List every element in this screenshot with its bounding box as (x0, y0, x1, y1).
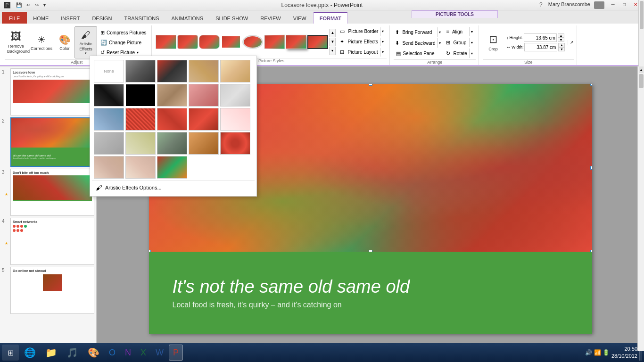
style-3[interactable] (199, 35, 220, 49)
compress-pictures-btn[interactable]: ⊞ Compress Pictures (98, 28, 149, 37)
style-1[interactable] (156, 35, 176, 49)
remove-background-btn[interactable]: 🖼 Remove Background (5, 26, 27, 58)
effect-11[interactable] (125, 108, 156, 131)
style-8[interactable] (307, 35, 328, 49)
slide-thumb-4[interactable]: 4 ★ Smart networks (2, 218, 94, 265)
effect-1[interactable] (125, 60, 156, 82)
handle-tr[interactable] (590, 84, 592, 86)
effect-19[interactable] (220, 132, 250, 155)
effect-22[interactable] (157, 156, 187, 179)
gallery-scroll-up[interactable]: ▲ (329, 29, 336, 37)
handle-tm[interactable] (369, 84, 372, 86)
taskbar-excel[interactable]: X (136, 345, 150, 361)
width-up[interactable]: ▲ (558, 43, 565, 47)
height-down[interactable]: ▼ (558, 38, 564, 42)
slide-thumb-1[interactable]: 1 Locavore love Local food is fresh, it'… (2, 68, 94, 115)
selection-pane-btn[interactable]: ▤ Selection Pane (394, 49, 444, 58)
minimize-btn[interactable]: ─ (608, 1, 618, 8)
effect-18[interactable] (189, 132, 219, 155)
scroll-top-btn[interactable]: ▲ (639, 66, 644, 73)
effect-none[interactable]: None (94, 60, 124, 82)
taskbar-onenote[interactable]: N (121, 345, 135, 361)
tab-transitions[interactable]: TRANSITIONS (118, 12, 165, 24)
effect-12[interactable] (157, 108, 187, 131)
taskbar-ie[interactable]: 🌐 (20, 345, 40, 361)
style-5[interactable] (242, 35, 263, 49)
slide-thumb-5[interactable]: 5 Go online not abroad (2, 267, 94, 314)
slide-text-area[interactable]: It's not the same old same old Local foo… (149, 252, 592, 334)
effect-15[interactable] (94, 132, 124, 155)
crop-icon: ⊡ (489, 33, 497, 46)
undo-qa-btn[interactable]: ↩ (25, 2, 32, 8)
tab-insert[interactable]: INSERT (55, 12, 86, 24)
effect-5[interactable] (94, 84, 124, 107)
artistic-effects-options-btn[interactable]: 🖌 Artistic Effects Options... (92, 181, 255, 194)
rotate-btn[interactable]: ↻ Rotate ▾ (445, 48, 475, 58)
picture-effects-btn[interactable]: ✦ Picture Effects ▾ (339, 37, 387, 47)
tab-file[interactable]: FILE (2, 12, 27, 24)
effect-20[interactable] (94, 156, 124, 179)
style-2[interactable] (177, 35, 198, 49)
crop-btn[interactable]: ⊡ Crop (483, 26, 504, 58)
gallery-scroll-down[interactable]: ▼ (329, 38, 336, 46)
canvas-scrollbar-v[interactable]: ▲ (637, 66, 644, 351)
width-down[interactable]: ▼ (558, 47, 565, 51)
effect-16[interactable] (125, 132, 156, 155)
bring-forward-btn[interactable]: ⬆ Bring Forward ▾ (394, 27, 444, 37)
customize-qa-btn[interactable]: ▾ (41, 2, 48, 8)
taskbar-outlook[interactable]: O (105, 345, 120, 361)
slide-thumb-2[interactable]: 2 It's not the same old same old Local f… (2, 117, 94, 167)
save-qa-btn[interactable]: 💾 (14, 2, 24, 8)
maximize-btn[interactable]: □ (619, 1, 629, 8)
tab-slideshow[interactable]: SLIDE SHOW (209, 12, 254, 24)
style-6[interactable] (264, 34, 285, 49)
tab-review[interactable]: REVIEW (254, 12, 287, 24)
effect-17[interactable] (157, 132, 187, 155)
effect-7[interactable] (157, 84, 187, 107)
style-4[interactable] (221, 35, 241, 49)
picture-layout-btn[interactable]: ⊟ Picture Layout ▾ (339, 48, 387, 57)
effect-3[interactable] (189, 60, 219, 82)
effect-13[interactable] (189, 108, 219, 131)
height-up[interactable]: ▲ (558, 33, 564, 38)
effect-21[interactable] (125, 156, 156, 179)
taskbar-paint[interactable]: 🎨 (83, 345, 104, 361)
width-input[interactable] (524, 43, 557, 51)
effect-10[interactable] (94, 108, 124, 131)
color-btn[interactable]: 🎨 Color (56, 26, 74, 58)
tab-animations[interactable]: ANIMATIONS (165, 12, 210, 24)
taskbar-powerpoint[interactable]: P (169, 345, 183, 361)
effect-14[interactable] (220, 108, 250, 131)
effect-8[interactable] (189, 84, 219, 107)
picture-border-btn[interactable]: ▭ Picture Border ▾ (339, 27, 387, 36)
effect-4[interactable] (220, 60, 250, 82)
width-spinners: ▲ ▼ (558, 43, 565, 51)
effect-2[interactable] (157, 60, 187, 82)
group-btn[interactable]: ⊞ Group ▾ (445, 37, 475, 48)
gallery-scroll-more[interactable]: ▾ (329, 47, 336, 55)
effect-9[interactable] (220, 84, 250, 107)
handle-mr[interactable] (590, 166, 592, 170)
taskbar-word[interactable]: W (151, 345, 168, 361)
tab-view[interactable]: VIEW (287, 12, 313, 24)
tab-design[interactable]: DESIGN (86, 12, 118, 24)
change-picture-btn[interactable]: 🔄 Change Picture (98, 38, 149, 47)
help-btn[interactable]: ? (539, 1, 543, 9)
tab-home[interactable]: HOME (27, 12, 55, 24)
tab-format[interactable]: FORMAT (314, 12, 347, 24)
corrections-btn[interactable]: ☀ Corrections (28, 26, 55, 58)
start-btn[interactable]: ⊞ (2, 345, 19, 361)
size-dialog-icon[interactable]: ↗ (570, 40, 574, 45)
height-input[interactable] (524, 33, 557, 42)
taskbar-explorer[interactable]: 📁 (41, 345, 61, 361)
slide-thumb-3[interactable]: 3 ★ Don't bite off too much (2, 169, 94, 216)
style-7[interactable] (286, 35, 306, 49)
effect-6[interactable] (125, 84, 156, 107)
taskbar-media[interactable]: 🎵 (62, 345, 83, 361)
compress-icon: ⊞ (100, 30, 105, 36)
dot7 (20, 229, 23, 232)
artistic-effects-btn[interactable]: 🖌 Artistic Effects ▾ (74, 26, 97, 58)
send-backward-btn[interactable]: ⬇ Send Backward ▾ (394, 38, 444, 48)
align-btn[interactable]: ≡ Align ▾ (445, 26, 475, 37)
redo-qa-btn[interactable]: ↪ (33, 2, 41, 8)
